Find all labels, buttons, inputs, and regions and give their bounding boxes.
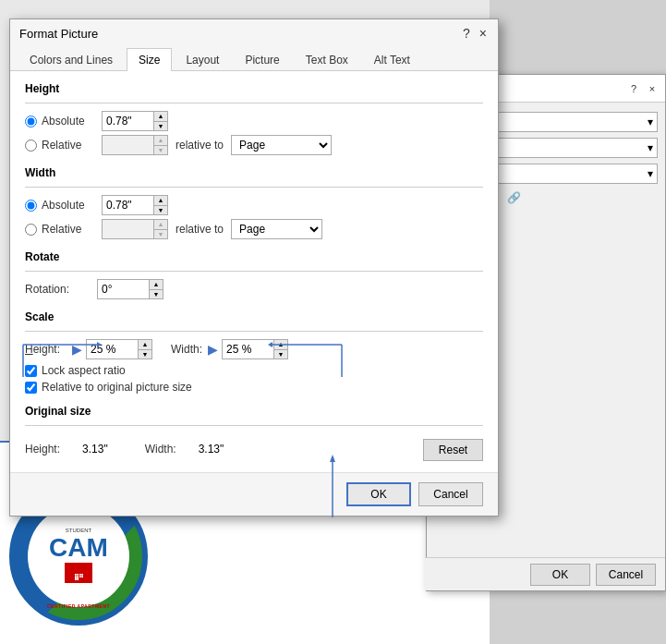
width-relative-radio[interactable] [25, 224, 37, 236]
scale-height-spinbox[interactable]: ▲ ▼ [86, 339, 152, 359]
height-absolute-input[interactable] [103, 112, 153, 130]
tab-size[interactable]: Size [127, 48, 172, 71]
width-relative-input [103, 220, 153, 238]
tab-bar: Colors and Lines Size Layout Picture Tex… [10, 47, 498, 71]
height-relative-input [103, 136, 153, 154]
width-relative-spinbox: ▲ ▼ [102, 219, 168, 239]
height-absolute-arrows: ▲ ▼ [153, 112, 167, 130]
height-relative-label: Relative [42, 139, 102, 152]
height-absolute-row: Absolute ▲ ▼ [25, 111, 483, 131]
rotation-input[interactable] [98, 280, 149, 298]
lock-aspect-checkbox[interactable] [25, 365, 37, 377]
original-size-divider [25, 425, 483, 426]
height-relative-spinbox: ▲ ▼ [102, 135, 168, 155]
height-relative-row: Relative ▲ ▼ relative to Page Margin Top… [25, 135, 483, 155]
height-relative-to-dropdown[interactable]: Page Margin Top Margin Bottom Margin [231, 135, 332, 155]
height-arrow-indicator: ▶ [72, 342, 82, 357]
scale-width-spinbox[interactable]: ▲ ▼ [222, 339, 288, 359]
rotation-label: Rotation: [25, 283, 90, 296]
tab-text-box[interactable]: Text Box [294, 48, 360, 71]
bg-close-button[interactable]: × [645, 81, 660, 96]
tab-colors-and-lines[interactable]: Colors and Lines [18, 48, 125, 71]
relative-original-label: Relative to original picture size [42, 381, 192, 394]
dialog-titlebar: Format Picture ? × [10, 19, 498, 47]
width-absolute-up[interactable]: ▲ [154, 196, 167, 206]
height-absolute-label: Absolute [42, 115, 102, 128]
rotate-section-title: Rotate [25, 250, 483, 263]
relative-original-checkbox[interactable] [25, 382, 37, 394]
height-absolute-radio[interactable] [25, 115, 37, 128]
width-absolute-spinbox[interactable]: ▲ ▼ [102, 195, 168, 215]
height-absolute-spinbox[interactable]: ▲ ▼ [102, 111, 168, 131]
width-absolute-radio[interactable] [25, 200, 37, 212]
scale-width-input[interactable] [223, 340, 273, 358]
dialog-help-button[interactable]: ? [461, 26, 472, 41]
height-relative-down: ▼ [154, 146, 167, 155]
width-absolute-down[interactable]: ▼ [154, 206, 167, 215]
dialog-close-button[interactable]: × [478, 26, 489, 41]
cam-certified-text: CERTIFIED APARTMENT [47, 603, 110, 609]
width-divider [25, 187, 483, 188]
height-relative-to-label: relative to [176, 139, 224, 152]
original-size-section-title: Original size [25, 405, 483, 418]
width-relative-up: ▲ [154, 220, 167, 230]
lock-aspect-label: Lock aspect ratio [42, 364, 126, 377]
scale-width-down[interactable]: ▼ [274, 350, 287, 359]
tab-picture[interactable]: Picture [233, 48, 291, 71]
scale-width-label: Width: [171, 343, 202, 356]
svg-marker-1 [69, 565, 88, 572]
dialog-body: Height Absolute ▲ ▼ Relative [10, 71, 498, 472]
bg-help-button[interactable]: ? [626, 81, 641, 96]
height-absolute-up[interactable]: ▲ [154, 112, 167, 122]
rotation-arrows: ▲ ▼ [149, 280, 163, 298]
bg-ok-button[interactable]: OK [530, 564, 590, 586]
width-relative-row: Relative ▲ ▼ relative to Page Margin Lef… [25, 219, 483, 239]
width-relative-label: Relative [42, 223, 102, 236]
scale-height-input[interactable] [87, 340, 138, 358]
width-absolute-input[interactable] [103, 196, 153, 214]
tab-alt-text[interactable]: Alt Text [362, 48, 422, 71]
rotation-down[interactable]: ▼ [150, 290, 163, 299]
format-picture-dialog: Format Picture ? × Colors and Lines Size… [9, 18, 499, 516]
scale-divider [25, 331, 483, 332]
bg-window-controls: ? × [626, 81, 660, 96]
dialog-title-controls: ? × [461, 26, 489, 41]
width-relative-to-label: relative to [176, 223, 224, 236]
orig-width-label: Width: [145, 443, 176, 456]
bg-footer: OK Cancel [425, 557, 665, 590]
bg-link-icon[interactable]: 🔗 [507, 191, 521, 204]
rotation-up[interactable]: ▲ [150, 280, 163, 290]
original-size-area: Height: 3.13" Width: 3.13" Reset [25, 433, 483, 461]
height-absolute-down[interactable]: ▼ [154, 122, 167, 131]
width-relative-arrows: ▲ ▼ [153, 220, 167, 238]
orig-height-label: Height: [25, 443, 60, 456]
scale-row: Height: ▶ ▲ ▼ Width: ▶ ▲ ▼ [25, 339, 483, 359]
cam-text: CAM [49, 535, 108, 561]
rotation-spinbox[interactable]: ▲ ▼ [97, 279, 163, 299]
cancel-button[interactable]: Cancel [418, 482, 483, 506]
width-arrow-indicator: ▶ [208, 342, 218, 357]
height-section-title: Height [25, 82, 483, 95]
width-relative-to-dropdown[interactable]: Page Margin Left Margin Right Margin [231, 219, 322, 239]
rotate-row: Rotation: ▲ ▼ [25, 279, 483, 299]
reset-button[interactable]: Reset [423, 439, 483, 461]
scale-height-label: Height: [25, 343, 67, 356]
tab-layout[interactable]: Layout [174, 48, 231, 71]
width-absolute-row: Absolute ▲ ▼ [25, 195, 483, 215]
width-absolute-arrows: ▲ ▼ [153, 196, 167, 214]
scale-height-up[interactable]: ▲ [139, 340, 151, 350]
height-relative-up: ▲ [154, 136, 167, 146]
orig-width-value: 3.13" [199, 443, 224, 456]
bg-cancel-button[interactable]: Cancel [596, 564, 656, 586]
scale-section-title: Scale [25, 310, 483, 323]
ok-button[interactable]: OK [346, 482, 411, 506]
width-section-title: Width [25, 166, 483, 179]
reset-area: Reset [423, 439, 483, 461]
original-size-row: Height: 3.13" Width: 3.13" [25, 443, 224, 456]
dialog-footer: OK Cancel [10, 472, 498, 516]
scale-width-up[interactable]: ▲ [274, 340, 287, 350]
height-relative-arrows: ▲ ▼ [153, 136, 167, 154]
scale-height-arrows: ▲ ▼ [138, 340, 151, 358]
height-relative-radio[interactable] [25, 140, 37, 152]
scale-height-down[interactable]: ▼ [139, 350, 151, 359]
